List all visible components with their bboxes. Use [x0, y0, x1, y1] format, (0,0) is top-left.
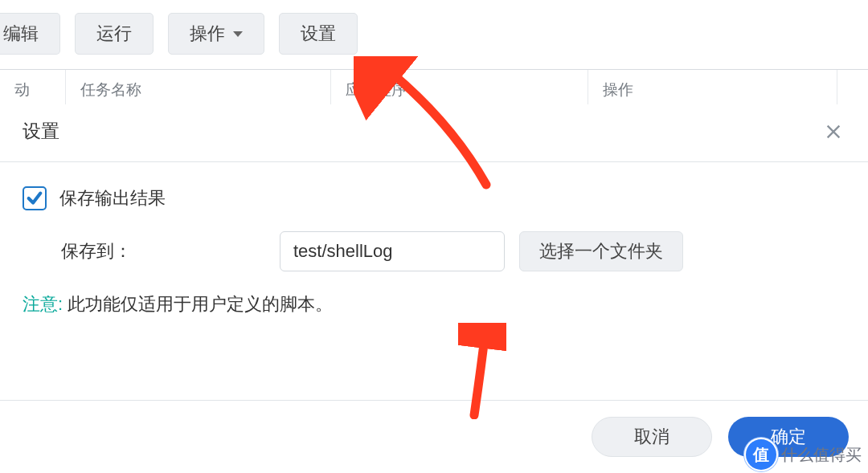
settings-dialog: 设置 保存输出结果 保存到： 选择一个文件夹 注意: 此功能仅适用于用户定义的脚…: [0, 104, 868, 473]
save-output-row: 保存输出结果: [23, 186, 845, 210]
settings-button[interactable]: 设置: [279, 13, 358, 55]
run-button[interactable]: 运行: [75, 13, 154, 55]
note-text: 此功能仅适用于用户定义的脚本。: [63, 294, 333, 314]
choose-folder-button[interactable]: 选择一个文件夹: [519, 231, 683, 271]
dialog-footer: 取消 确定: [0, 400, 868, 473]
dialog-close-button[interactable]: [821, 120, 845, 144]
chevron-down-icon: [233, 31, 243, 37]
dialog-title: 设置: [23, 119, 59, 144]
check-icon: [26, 190, 43, 207]
edit-button[interactable]: 编辑: [0, 13, 60, 55]
action-dropdown-button[interactable]: 操作: [168, 13, 264, 55]
save-to-row: 保存到： 选择一个文件夹: [23, 231, 845, 271]
dialog-header: 设置: [0, 104, 868, 162]
note-line: 注意: 此功能仅适用于用户定义的脚本。: [23, 292, 845, 316]
dialog-body: 保存输出结果 保存到： 选择一个文件夹 注意: 此功能仅适用于用户定义的脚本。: [0, 162, 868, 400]
watermark: 值 什么值得买: [746, 439, 862, 470]
save-to-input[interactable]: [280, 231, 505, 271]
watermark-badge-icon: 值: [746, 439, 776, 470]
save-to-label: 保存到：: [23, 239, 280, 263]
note-head: 注意:: [23, 294, 63, 314]
save-output-checkbox[interactable]: [23, 186, 47, 210]
watermark-text: 什么值得买: [781, 444, 862, 466]
close-icon: [825, 123, 842, 141]
action-dropdown-label: 操作: [190, 22, 225, 46]
save-output-label: 保存输出结果: [59, 186, 166, 210]
top-toolbar: 编辑 运行 操作 设置: [0, 0, 868, 69]
cancel-button[interactable]: 取消: [592, 417, 712, 457]
